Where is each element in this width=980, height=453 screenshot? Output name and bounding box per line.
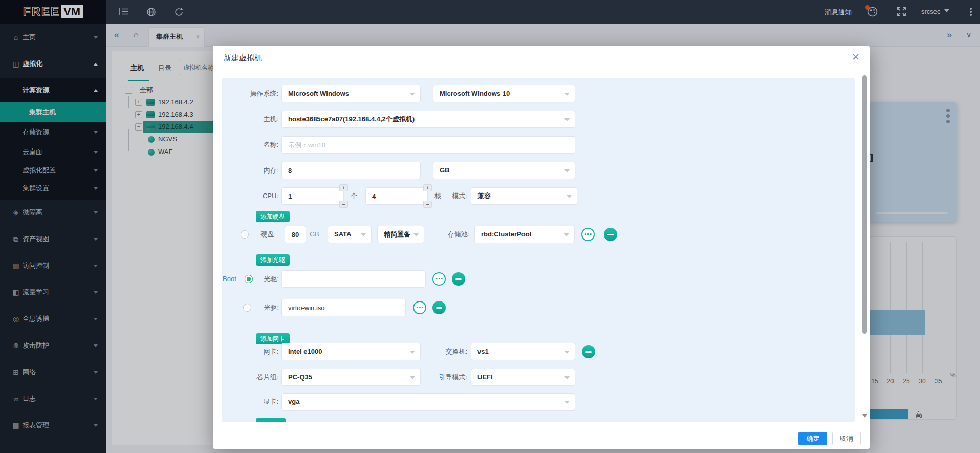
gpu-label: 显卡: (222, 393, 278, 411)
cpu-mode-value: 兼容 (471, 188, 577, 204)
gpu-select[interactable]: vga (281, 393, 575, 411)
cpu-mode-select[interactable]: 兼容 (471, 187, 577, 205)
remove-cdrom2-icon[interactable] (432, 301, 446, 314)
storage-pool-label: 存储池: (431, 226, 469, 243)
disk-boot-radio[interactable] (241, 230, 249, 239)
scrollbar-thumb[interactable] (862, 75, 867, 334)
nic-label: 网卡: (222, 343, 278, 360)
modal-close-icon[interactable]: ✕ (852, 52, 860, 63)
new-vm-modal: 新建虚拟机 ✕ 操作系统: Microsoft Windows Microsof… (213, 46, 870, 449)
disk-bus-value: SATA (328, 226, 371, 243)
add-cdrom-button[interactable]: 添加光驱 (256, 254, 290, 266)
decrement-icon[interactable]: − (339, 201, 348, 208)
modal-title: 新建虚拟机 (224, 53, 262, 63)
disk-provision-value: 精简置备 (378, 226, 424, 243)
increment-icon[interactable]: + (423, 184, 432, 191)
vm-name-field[interactable] (281, 136, 575, 154)
boot-label: Boot (223, 270, 236, 288)
memory-input[interactable] (282, 162, 420, 179)
host-label: 主机: (222, 111, 278, 128)
modal-scrollbar[interactable] (862, 72, 868, 449)
cdrom1-input[interactable] (282, 271, 425, 287)
disk-more-icon[interactable]: ⋯ (581, 228, 595, 241)
cdrom2-browse-icon[interactable]: ⋯ (413, 301, 426, 314)
storage-pool-select[interactable]: rbd:ClusterPool (474, 226, 575, 243)
cpu-cores-stepper[interactable]: + − (365, 187, 428, 205)
bootmode-select[interactable]: UEFI (471, 369, 575, 386)
cdrom2-input[interactable] (282, 299, 405, 316)
add-disk-button[interactable]: 添加硬盘 (256, 211, 290, 222)
chipset-value: PC-Q35 (282, 369, 420, 385)
chipset-label: 芯片组: (222, 369, 278, 386)
gpu-value: vga (282, 394, 575, 410)
chipset-select[interactable]: PC-Q35 (281, 369, 421, 386)
os-value: Microsoft Windows (282, 85, 420, 102)
cdrom-label: 光驱: (256, 270, 279, 288)
memory-unit-value: GB (433, 162, 575, 179)
memory-field[interactable] (281, 162, 421, 179)
cdrom2-field[interactable] (281, 299, 406, 316)
vm-form-panel: 操作系统: Microsoft Windows Microsoft Window… (222, 78, 855, 422)
decrement-icon[interactable]: − (423, 201, 432, 208)
name-label: 名称: (222, 136, 278, 154)
memory-label: 内存: (222, 162, 278, 179)
app-root: FREE VM 消息通知 srcsec « ⌂ 集群主机 × » ∨ (0, 0, 980, 453)
os-select[interactable]: Microsoft Windows (281, 85, 421, 102)
disk-provision-select[interactable]: 精简置备 (377, 226, 424, 243)
remove-disk-icon[interactable] (604, 228, 617, 241)
switch-value: vs1 (471, 343, 575, 360)
os-version-select[interactable]: Microsoft Windows 10 (433, 85, 575, 102)
disk-size-field[interactable] (285, 226, 306, 243)
remove-cdrom1-icon[interactable] (452, 272, 465, 286)
cpu-cores-input[interactable] (366, 188, 427, 204)
cpu-count-input[interactable] (282, 188, 343, 204)
cpu-count-stepper[interactable]: + − (281, 187, 344, 205)
cpu-count-unit: 个 (351, 187, 357, 205)
storage-pool-value: rbd:ClusterPool (475, 226, 574, 243)
nic-model-value: Intel e1000 (282, 343, 420, 360)
bootmode-value: UEFI (471, 369, 575, 385)
nic-model-select[interactable]: Intel e1000 (281, 343, 421, 360)
scrollbar-down-arrow[interactable] (862, 414, 867, 420)
disk-size-unit: GB (310, 226, 319, 243)
cancel-button[interactable]: 取消 (832, 432, 861, 445)
increment-icon[interactable]: + (339, 184, 348, 191)
clipped-add-button (256, 418, 286, 422)
bootmode-label: 引导模式: (424, 369, 467, 386)
remove-nic-icon[interactable] (582, 345, 595, 358)
disk-label: 硬盘: (251, 226, 276, 243)
switch-label: 交换机: (431, 343, 467, 360)
os-version-value: Microsoft Windows 10 (433, 85, 575, 102)
os-label: 操作系统: (222, 85, 278, 102)
disk-size-input[interactable] (285, 226, 306, 243)
cdrom-label: 光驱: (256, 299, 279, 316)
cdrom-boot-radio-selected[interactable] (245, 275, 253, 283)
cpu-label: CPU: (222, 187, 278, 205)
cpu-mode-label: 模式: (431, 187, 467, 205)
disk-bus-select[interactable]: SATA (328, 226, 372, 243)
host-value: hoste3685ce7a07(192.168.4.4,2个虚拟机) (282, 111, 575, 127)
cdrom2-boot-radio[interactable] (243, 304, 251, 312)
cdrom1-browse-icon[interactable]: ⋯ (432, 272, 446, 286)
cdrom1-field[interactable] (281, 270, 426, 288)
switch-select[interactable]: vs1 (471, 343, 575, 360)
memory-unit-select[interactable]: GB (433, 162, 575, 179)
host-select[interactable]: hoste3685ce7a07(192.168.4.4,2个虚拟机) (281, 111, 575, 128)
confirm-button[interactable]: 确定 (798, 432, 827, 445)
vm-name-input[interactable] (282, 137, 575, 153)
